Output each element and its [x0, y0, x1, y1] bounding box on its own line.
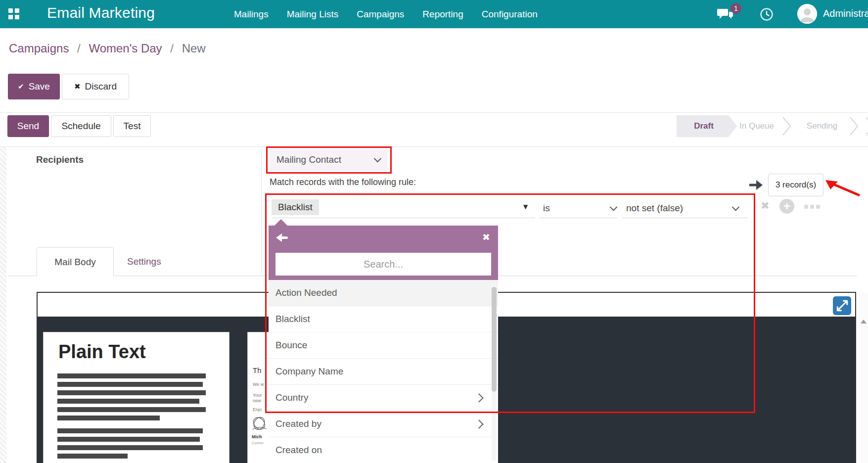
test-button[interactable]: Test: [113, 115, 151, 137]
list-item-company-name[interactable]: Company Name: [269, 359, 498, 385]
schedule-button[interactable]: Schedule: [51, 115, 111, 137]
tab-settings[interactable]: Settings: [127, 247, 161, 276]
send-button[interactable]: Send: [7, 115, 49, 137]
rule-value-select[interactable]: not set (false): [626, 203, 738, 214]
field-underline: [622, 218, 748, 218]
back-arrow-icon[interactable]: [275, 232, 289, 245]
stage-separator-icon: [781, 115, 792, 139]
text-line-bar: [57, 445, 203, 450]
breadcrumb-campaigns[interactable]: Campaigns: [9, 42, 69, 55]
save-label: Save: [29, 81, 50, 92]
field-picker-popup: ✖ Action Needed Blacklist Bounce Company…: [269, 219, 498, 463]
email-marketing-app: Email Marketing Mailings Mailing Lists C…: [0, 0, 868, 463]
close-icon[interactable]: ✖: [482, 232, 490, 242]
list-item-label: Company Name: [275, 366, 343, 377]
list-item-label: Blacklist: [275, 314, 310, 324]
app-title[interactable]: Email Marketing: [47, 4, 155, 21]
menu-mailings[interactable]: Mailings: [234, 9, 269, 20]
recipients-label: Recipients: [36, 154, 84, 165]
stage-separator-icon: [865, 115, 868, 139]
rule-field-input[interactable]: Blacklist: [272, 199, 319, 215]
partial-line: Enjo: [253, 407, 262, 412]
partial-line: new: [253, 398, 261, 403]
send-label: Send: [17, 121, 39, 132]
save-button[interactable]: ✔ Save: [8, 74, 60, 99]
chevron-right-icon: [474, 393, 483, 402]
match-rule-text: Match records with the following rule:: [270, 177, 416, 187]
partial-heading: Th: [253, 366, 262, 374]
popup-scrollbar-thumb[interactable]: [492, 287, 497, 392]
list-item-country[interactable]: Country: [269, 385, 498, 411]
add-rule-icon[interactable]: +: [779, 199, 794, 214]
popup-scrollbar[interactable]: [492, 283, 497, 461]
schedule-label: Schedule: [61, 121, 100, 132]
menu-mailing-lists[interactable]: Mailing Lists: [287, 9, 339, 20]
list-item-created-on[interactable]: Created on: [269, 437, 498, 463]
list-item-label: Action Needed: [275, 287, 337, 298]
breadcrumb-separator: /: [77, 42, 81, 55]
stage-draft[interactable]: Draft: [677, 115, 737, 137]
field-underline: [539, 218, 617, 218]
search-input[interactable]: [275, 253, 491, 276]
brand-subtitle: Comm: [252, 441, 264, 445]
list-item-label: Bounce: [275, 340, 307, 351]
field-list: Action Needed Blacklist Bounce Company N…: [269, 280, 498, 463]
partial-line: Your: [253, 393, 262, 398]
menu-reporting[interactable]: Reporting: [422, 9, 463, 20]
scroll-up-icon[interactable]: [861, 320, 867, 324]
more-options-icon[interactable]: [804, 205, 820, 209]
list-item-label: Created on: [275, 445, 322, 456]
user-name[interactable]: Administrator: [823, 8, 868, 19]
annotation-arrow: [824, 178, 864, 201]
divider: [0, 112, 868, 113]
text-line-bar: [57, 454, 128, 459]
stage-sending[interactable]: Sending: [802, 115, 842, 137]
stage-separator-icon: [849, 115, 860, 139]
brand-logo-icon: [251, 416, 268, 435]
text-line-bar: [57, 373, 206, 378]
recipients-model-value: Mailing Contact: [276, 154, 341, 165]
rule-operator-select[interactable]: is: [543, 203, 616, 214]
recipients-model-select[interactable]: Mailing Contact: [270, 148, 387, 171]
record-count-button[interactable]: 3 record(s): [768, 174, 823, 196]
text-line-bar: [57, 416, 160, 420]
list-item-created-by[interactable]: Created by: [269, 411, 498, 437]
brand-name: Mich: [252, 434, 262, 439]
test-label: Test: [124, 121, 141, 132]
apps-grid-icon[interactable]: [8, 8, 19, 19]
rule-value-value: not set (false): [626, 203, 683, 213]
tab-mail-body[interactable]: Mail Body: [37, 247, 114, 276]
popup-header: ✖: [269, 226, 498, 280]
list-item-action-needed[interactable]: Action Needed: [269, 280, 498, 306]
check-icon: ✔: [18, 82, 24, 91]
list-item-blacklist[interactable]: Blacklist: [269, 306, 498, 332]
fullscreen-expand-icon[interactable]: [833, 296, 851, 315]
list-item-bounce[interactable]: Bounce: [269, 332, 498, 359]
template-card-plain-text[interactable]: Plain Text: [43, 332, 229, 463]
sheet-edge-pattern: [0, 147, 6, 463]
preview-scrollbar[interactable]: [859, 293, 868, 463]
x-icon: ✖: [74, 82, 81, 91]
chevron-down-icon: [610, 203, 618, 211]
text-line-bar: [57, 399, 199, 404]
user-avatar[interactable]: [797, 4, 817, 24]
top-navbar: Email Marketing Mailings Mailing Lists C…: [0, 0, 868, 28]
divider: [0, 146, 868, 147]
list-item-label: Country: [275, 392, 309, 403]
field-underline: [272, 218, 535, 218]
partial-line: We w: [253, 382, 264, 387]
discard-button[interactable]: ✖ Discard: [62, 74, 129, 99]
menu-campaigns[interactable]: Campaigns: [357, 9, 404, 20]
delete-rule-icon[interactable]: ✖: [761, 200, 770, 212]
record-arrow-icon: [748, 178, 764, 194]
menu-configuration[interactable]: Configuration: [482, 9, 538, 20]
list-item-label: Created by: [275, 418, 321, 429]
discard-label: Discard: [85, 81, 117, 92]
chevron-down-icon: [374, 154, 382, 162]
text-line-bar: [57, 428, 203, 433]
breadcrumb-womens-day[interactable]: Women's Day: [89, 42, 162, 55]
stage-in-queue[interactable]: In Queue: [737, 115, 777, 137]
caret-down-icon[interactable]: ▼: [523, 203, 528, 210]
activities-clock-icon[interactable]: [760, 7, 774, 23]
chevron-down-icon: [732, 203, 740, 211]
